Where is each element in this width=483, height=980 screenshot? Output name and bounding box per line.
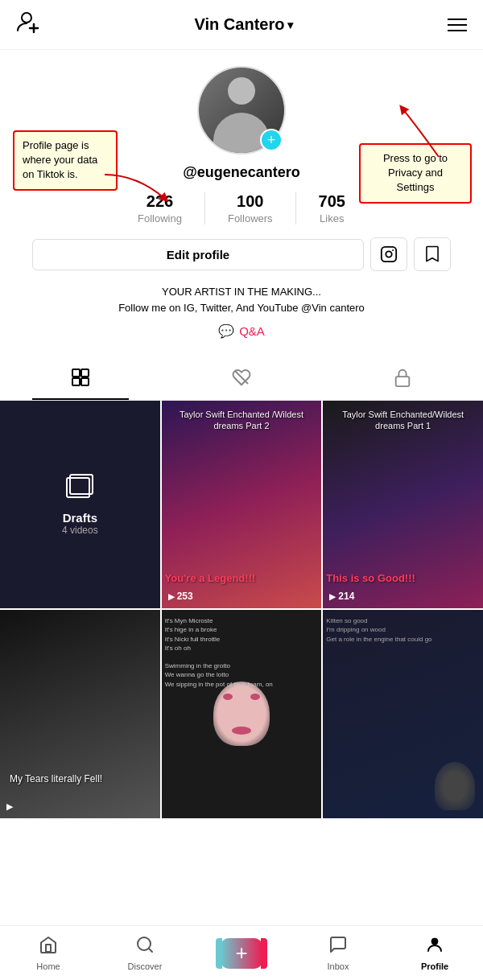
followers-label: Followers [228,212,273,224]
svg-rect-3 [382,247,396,261]
followers-stat[interactable]: 100 Followers [205,192,296,224]
video-play-btn-3: ▶ [6,801,13,812]
bookmark-icon [424,245,440,263]
add-photo-button[interactable]: + [260,129,283,151]
svg-point-5 [392,249,394,251]
username-nav[interactable]: Vin Cantero ▾ [195,15,294,34]
top-navigation: Vin Cantero ▾ [0,0,483,50]
svg-rect-9 [81,378,89,385]
instagram-icon [380,245,398,263]
svg-line-16 [149,949,152,952]
svg-point-17 [431,938,438,945]
instagram-button[interactable] [370,237,407,271]
bookmark-button[interactable] [414,237,451,271]
nav-home[interactable]: Home [0,935,97,971]
home-label: Home [36,961,60,971]
drafts-label: Drafts [63,511,97,525]
profile-handle: @eugenecantero [183,164,300,181]
head-silhouette [435,762,475,810]
qa-section[interactable]: 💬 Q&A [218,323,265,339]
nav-create[interactable]: + [193,938,290,969]
inbox-icon [328,935,348,959]
create-icon: + [235,941,247,966]
svg-rect-11 [396,377,410,386]
likes-label: Likes [320,212,344,224]
play-icon: ▶ [329,592,336,601]
video-cell-1[interactable]: Taylor Swift Enchanted /Wildest dreams P… [162,401,322,608]
content-tabs [0,360,483,401]
play-icon: ▶ [168,592,175,601]
video-cell-2[interactable]: Taylor Swift Enchanted/Wildest dreams Pa… [323,401,483,608]
drafts-cell[interactable]: Drafts 4 videos [0,401,160,608]
home-icon [39,935,58,959]
video-title-2: Taylor Swift Enchanted/Wildest dreams Pa… [323,409,483,432]
svg-rect-8 [72,378,80,385]
nav-discover[interactable]: Discover [97,935,193,971]
grid-icon [71,368,90,392]
video-lyrics-4: It's Myn MicrosteIt's hige in a brokeIt'… [165,616,319,689]
profile-nav-label: Profile [421,961,448,971]
inbox-label: Inbox [328,961,349,971]
profile-section: Profile page is where your data on Tikto… [0,50,483,360]
video-grid: Drafts 4 videos Taylor Swift Enchanted /… [0,401,483,818]
svg-rect-14 [46,945,51,952]
app-container: Vin Cantero ▾ Profile page is where your… [0,0,483,873]
following-count: 226 [147,192,173,211]
hamburger-menu-button[interactable] [448,19,467,31]
qa-label: Q&A [239,324,265,338]
add-user-button[interactable] [16,10,40,39]
svg-point-0 [22,13,31,23]
following-label: Following [138,212,182,224]
video-cell-4[interactable]: It's Myn MicrosteIt's hige in a brokeIt'… [162,610,322,817]
following-stat[interactable]: 226 Following [115,192,205,224]
bottom-navigation: Home Discover + Inbox Profile [0,925,483,980]
video-caption-1: You're a Legend!!! [165,572,319,584]
video-cell-3[interactable]: My Tears literally Fell! ▶ [0,610,160,817]
edit-profile-button[interactable]: Edit profile [32,239,364,270]
video-title-1: Taylor Swift Enchanted /Wildest dreams P… [162,409,322,432]
discover-icon [135,935,155,959]
chevron-down-icon: ▾ [287,19,293,31]
nav-inbox[interactable]: Inbox [290,935,386,971]
svg-point-4 [386,251,391,257]
heart-icon [232,368,251,392]
discover-label: Discover [128,961,163,971]
profile-nav-icon [425,935,444,959]
tab-private[interactable] [322,360,483,400]
likes-count: 705 [319,192,345,211]
video-plays-2: ▶ 214 [329,591,354,602]
nav-username: Vin Cantero [195,15,285,34]
nav-profile[interactable]: Profile [386,935,483,971]
create-button[interactable]: + [221,938,262,969]
stats-row: 226 Following 100 Followers 705 Likes [115,192,368,224]
annotation-profile-data: Profile page is where your data on Tikto… [13,130,118,191]
avatar-wrapper[interactable]: + [197,66,286,154]
qa-icon: 💬 [218,323,234,339]
svg-rect-7 [81,369,89,377]
video-plays-1: ▶ 253 [168,591,193,602]
annotation-settings: Press to go to Privacy and Settings [359,143,472,204]
drafts-count: 4 videos [62,525,98,536]
svg-rect-6 [72,369,80,377]
likes-stat[interactable]: 705 Likes [296,192,368,224]
tab-liked[interactable] [161,360,322,400]
video-caption-2: This is so Good!!! [326,572,480,584]
video-lyrics-5: Kitten so goodI'm dripping on woodGet a … [326,616,480,644]
action-row: Edit profile [16,237,467,271]
video-cell-5[interactable]: Kitten so goodI'm dripping on woodGet a … [323,610,483,817]
followers-count: 100 [237,192,263,211]
tab-videos[interactable] [0,360,161,400]
video-title-3: My Tears literally Fell! [5,772,155,786]
lock-icon [394,368,411,392]
face-thumbnail [213,681,270,746]
bio-section: YOUR ARTIST IN THE MAKING...Follow me on… [94,284,389,315]
drafts-icon [65,473,94,504]
bio-text: YOUR ARTIST IN THE MAKING...Follow me on… [118,284,365,315]
